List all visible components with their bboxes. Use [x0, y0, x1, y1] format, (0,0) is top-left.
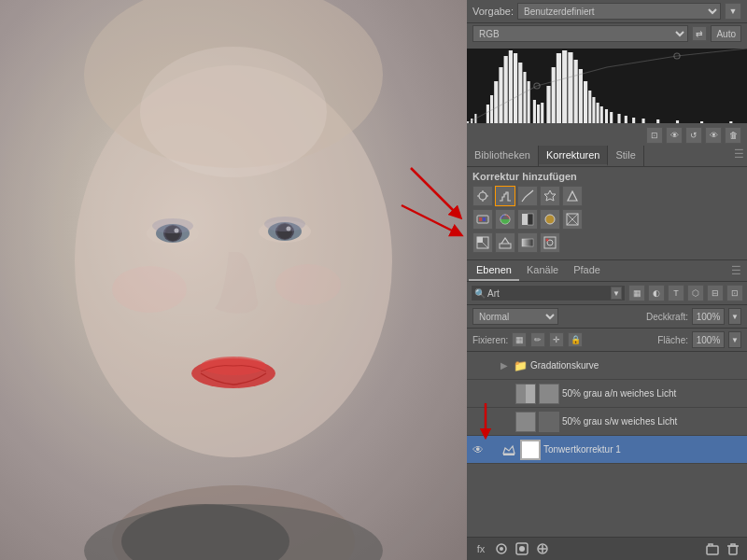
svg-marker-91 [503, 446, 514, 454]
layer-filter-smart[interactable]: ⊟ [707, 285, 724, 301]
curves-tool-1[interactable]: ⊡ [646, 127, 663, 144]
svg-rect-47 [568, 52, 572, 123]
layer-item-tonwert[interactable]: 👁 Tonwertkorrektur 1 [467, 436, 747, 464]
layer-filter-kind[interactable]: ▦ [628, 285, 645, 301]
svg-rect-49 [579, 69, 583, 123]
kor-icon-tonwert[interactable] [495, 186, 515, 206]
svg-rect-92 [503, 454, 514, 455]
layer-item-gradation[interactable]: 👁 ▶ 📁 Gradationskurve [467, 352, 747, 380]
layer-visibility-50grau-sw[interactable]: 👁 [486, 414, 500, 429]
auto-button[interactable]: Auto [711, 25, 741, 42]
layers-panel-menu[interactable]: ☰ [727, 260, 745, 281]
svg-rect-41 [537, 105, 540, 123]
panel-collapse-icon[interactable]: ☰ [730, 146, 747, 162]
add-mask-icon[interactable] [514, 540, 530, 557]
layer-item-50grau-an[interactable]: 👁 50% grau a/n weiches Licht [467, 380, 747, 408]
layer-filter-toggle[interactable]: ⊡ [726, 285, 743, 301]
fix-paint[interactable]: ✏ [530, 332, 545, 347]
layer-adj-icon-50grau-an [515, 384, 536, 404]
kor-icon-vibrance[interactable] [562, 186, 583, 206]
layer-filter-adj[interactable]: ◐ [648, 285, 665, 301]
svg-rect-78 [522, 214, 528, 225]
layer-adj-icon-50grau-sw [515, 412, 536, 432]
layer-thumb-50grau-sw [539, 412, 559, 432]
kor-icon-fotofilter[interactable] [540, 209, 560, 230]
svg-rect-57 [617, 114, 620, 123]
add-link-icon[interactable]: fx [472, 540, 489, 557]
fix-move[interactable]: ✛ [549, 332, 564, 347]
tab-korrekturen[interactable]: Korrekturen [539, 146, 608, 166]
kor-icon-tondichtekorr[interactable] [495, 232, 515, 253]
vorgabe-select[interactable]: Benutzerdefiniert [517, 3, 721, 20]
svg-rect-60 [642, 119, 645, 123]
svg-rect-44 [552, 67, 556, 123]
layer-visibility-gradation[interactable]: 👁 [471, 358, 486, 373]
svg-point-80 [545, 215, 555, 224]
folder-icon: 📁 [513, 358, 528, 373]
svg-rect-56 [610, 112, 613, 123]
svg-marker-72 [544, 190, 556, 201]
tab-stile[interactable]: Stile [608, 146, 643, 166]
svg-point-67 [479, 192, 486, 200]
channel-select[interactable]: RGB [472, 25, 688, 42]
add-fx-icon[interactable] [493, 540, 510, 557]
blend-mode-select[interactable]: Normal [472, 308, 558, 325]
tab-bibliotheken[interactable]: Bibliotheken [467, 146, 539, 166]
kor-icon-verlauf[interactable] [517, 232, 538, 253]
add-adjustment-icon[interactable] [534, 540, 551, 557]
kor-icon-belichtung[interactable] [540, 186, 560, 206]
kor-icon-helligkeit[interactable] [472, 186, 493, 206]
curves-delete[interactable]: 🗑 [725, 127, 741, 144]
svg-rect-36 [514, 53, 517, 123]
svg-rect-76 [483, 217, 486, 221]
kor-icon-gradation[interactable] [517, 186, 538, 206]
svg-rect-34 [504, 56, 508, 123]
kor-icon-farbbalance[interactable] [495, 209, 515, 230]
layer-filter-shape[interactable]: ⬡ [687, 285, 704, 301]
layer-visibility-50grau-an[interactable]: 👁 [486, 386, 500, 401]
channel-toggle[interactable]: ⇄ [692, 26, 707, 41]
deckkraft-value[interactable]: 100% [692, 308, 725, 325]
svg-rect-35 [509, 50, 513, 123]
vorgabe-label: Vorgabe: [472, 6, 514, 17]
curves-tool-4[interactable]: 👁 [705, 127, 722, 144]
svg-rect-33 [499, 67, 502, 123]
svg-rect-52 [592, 97, 595, 123]
svg-rect-62 [676, 120, 679, 123]
korrekturen-icons-row3 [472, 232, 741, 253]
kor-icon-umkehren[interactable] [472, 232, 493, 253]
vorgabe-menu-icon[interactable]: ▼ [725, 3, 741, 20]
deckkraft-dropdown[interactable]: ▼ [728, 308, 741, 325]
delete-layer-icon[interactable] [725, 540, 741, 557]
svg-rect-40 [533, 100, 536, 123]
svg-rect-88 [544, 237, 556, 248]
add-group-icon[interactable] [704, 540, 721, 557]
layer-adj-type-icon [500, 441, 517, 458]
curves-tool-2[interactable]: 👁 [666, 127, 683, 144]
search-type-dropdown[interactable]: ▼ [611, 287, 622, 300]
curves-tool-3[interactable]: ↺ [685, 127, 702, 144]
svg-rect-22 [0, 0, 467, 560]
layer-name-50grau-sw: 50% grau s/w weiches Licht [562, 416, 743, 427]
tab-kanaele[interactable]: Kanäle [519, 260, 566, 281]
layer-filter-text[interactable]: T [668, 285, 684, 301]
layer-mask-tonwert [520, 440, 541, 460]
svg-rect-86 [500, 244, 511, 248]
layer-expand-gradation[interactable]: ▶ [500, 360, 508, 371]
search-input[interactable] [487, 288, 609, 299]
svg-rect-50 [584, 81, 587, 123]
kor-icon-farbton[interactable] [472, 209, 493, 230]
svg-rect-46 [562, 50, 567, 123]
layer-item-50grau-sw[interactable]: 👁 50% grau s/w weiches Licht [467, 408, 747, 436]
layer-visibility-tonwert[interactable]: 👁 [471, 442, 486, 457]
kor-icon-selektive[interactable] [540, 232, 560, 253]
flaeche-value[interactable]: 100% [692, 331, 725, 348]
kor-icon-kanalmixer[interactable] [562, 209, 583, 230]
tab-ebenen[interactable]: Ebenen [469, 260, 519, 281]
flaeche-dropdown[interactable]: ▼ [728, 331, 741, 348]
fix-transparent[interactable]: ▦ [512, 332, 527, 347]
tab-pfade[interactable]: Pfade [566, 260, 608, 281]
fix-all[interactable]: 🔒 [568, 332, 583, 347]
layer-name-gradation: Gradationskurve [530, 360, 743, 371]
kor-icon-sw[interactable] [517, 209, 538, 230]
